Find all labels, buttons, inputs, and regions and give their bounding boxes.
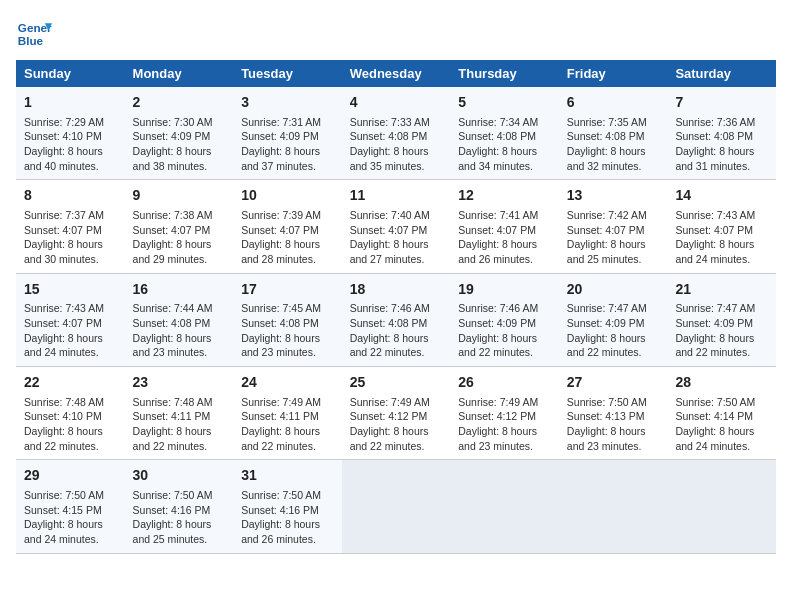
day-number: 12 — [458, 186, 551, 206]
calendar-cell-17: 17Sunrise: 7:45 AMSunset: 4:08 PMDayligh… — [233, 273, 342, 366]
calendar-table: SundayMondayTuesdayWednesdayThursdayFrid… — [16, 60, 776, 554]
day-number: 3 — [241, 93, 334, 113]
day-number: 4 — [350, 93, 443, 113]
empty-cell — [559, 460, 668, 553]
day-number: 1 — [24, 93, 117, 113]
calendar-cell-2: 2Sunrise: 7:30 AMSunset: 4:09 PMDaylight… — [125, 87, 234, 180]
calendar-cell-3: 3Sunrise: 7:31 AMSunset: 4:09 PMDaylight… — [233, 87, 342, 180]
calendar-cell-25: 25Sunrise: 7:49 AMSunset: 4:12 PMDayligh… — [342, 367, 451, 460]
day-info: Sunrise: 7:50 AMSunset: 4:14 PMDaylight:… — [675, 395, 768, 454]
calendar-cell-10: 10Sunrise: 7:39 AMSunset: 4:07 PMDayligh… — [233, 180, 342, 273]
day-number: 8 — [24, 186, 117, 206]
day-number: 18 — [350, 280, 443, 300]
day-number: 29 — [24, 466, 117, 486]
calendar-cell-18: 18Sunrise: 7:46 AMSunset: 4:08 PMDayligh… — [342, 273, 451, 366]
day-number: 17 — [241, 280, 334, 300]
calendar-cell-14: 14Sunrise: 7:43 AMSunset: 4:07 PMDayligh… — [667, 180, 776, 273]
day-info: Sunrise: 7:50 AMSunset: 4:15 PMDaylight:… — [24, 488, 117, 547]
day-header-tuesday: Tuesday — [233, 60, 342, 87]
day-info: Sunrise: 7:47 AMSunset: 4:09 PMDaylight:… — [567, 301, 660, 360]
day-number: 27 — [567, 373, 660, 393]
day-info: Sunrise: 7:34 AMSunset: 4:08 PMDaylight:… — [458, 115, 551, 174]
day-info: Sunrise: 7:42 AMSunset: 4:07 PMDaylight:… — [567, 208, 660, 267]
day-number: 13 — [567, 186, 660, 206]
calendar-cell-20: 20Sunrise: 7:47 AMSunset: 4:09 PMDayligh… — [559, 273, 668, 366]
day-info: Sunrise: 7:43 AMSunset: 4:07 PMDaylight:… — [24, 301, 117, 360]
calendar-cell-7: 7Sunrise: 7:36 AMSunset: 4:08 PMDaylight… — [667, 87, 776, 180]
logo-icon: General Blue — [16, 16, 52, 52]
day-header-wednesday: Wednesday — [342, 60, 451, 87]
day-number: 5 — [458, 93, 551, 113]
day-number: 26 — [458, 373, 551, 393]
calendar-cell-24: 24Sunrise: 7:49 AMSunset: 4:11 PMDayligh… — [233, 367, 342, 460]
day-info: Sunrise: 7:30 AMSunset: 4:09 PMDaylight:… — [133, 115, 226, 174]
day-info: Sunrise: 7:31 AMSunset: 4:09 PMDaylight:… — [241, 115, 334, 174]
calendar-cell-1: 1Sunrise: 7:29 AMSunset: 4:10 PMDaylight… — [16, 87, 125, 180]
day-number: 14 — [675, 186, 768, 206]
calendar-cell-16: 16Sunrise: 7:44 AMSunset: 4:08 PMDayligh… — [125, 273, 234, 366]
day-header-friday: Friday — [559, 60, 668, 87]
day-header-thursday: Thursday — [450, 60, 559, 87]
day-number: 15 — [24, 280, 117, 300]
day-info: Sunrise: 7:50 AMSunset: 4:16 PMDaylight:… — [133, 488, 226, 547]
day-info: Sunrise: 7:37 AMSunset: 4:07 PMDaylight:… — [24, 208, 117, 267]
day-header-monday: Monday — [125, 60, 234, 87]
calendar-cell-30: 30Sunrise: 7:50 AMSunset: 4:16 PMDayligh… — [125, 460, 234, 553]
day-number: 25 — [350, 373, 443, 393]
calendar-cell-23: 23Sunrise: 7:48 AMSunset: 4:11 PMDayligh… — [125, 367, 234, 460]
day-info: Sunrise: 7:36 AMSunset: 4:08 PMDaylight:… — [675, 115, 768, 174]
day-info: Sunrise: 7:41 AMSunset: 4:07 PMDaylight:… — [458, 208, 551, 267]
calendar-cell-11: 11Sunrise: 7:40 AMSunset: 4:07 PMDayligh… — [342, 180, 451, 273]
day-info: Sunrise: 7:49 AMSunset: 4:12 PMDaylight:… — [350, 395, 443, 454]
header: General Blue — [16, 16, 776, 52]
day-info: Sunrise: 7:38 AMSunset: 4:07 PMDaylight:… — [133, 208, 226, 267]
day-number: 16 — [133, 280, 226, 300]
calendar-cell-4: 4Sunrise: 7:33 AMSunset: 4:08 PMDaylight… — [342, 87, 451, 180]
day-info: Sunrise: 7:33 AMSunset: 4:08 PMDaylight:… — [350, 115, 443, 174]
day-number: 23 — [133, 373, 226, 393]
day-number: 30 — [133, 466, 226, 486]
svg-text:Blue: Blue — [18, 34, 44, 47]
day-number: 22 — [24, 373, 117, 393]
day-header-sunday: Sunday — [16, 60, 125, 87]
day-number: 7 — [675, 93, 768, 113]
calendar-cell-21: 21Sunrise: 7:47 AMSunset: 4:09 PMDayligh… — [667, 273, 776, 366]
day-info: Sunrise: 7:29 AMSunset: 4:10 PMDaylight:… — [24, 115, 117, 174]
empty-cell — [342, 460, 451, 553]
day-info: Sunrise: 7:35 AMSunset: 4:08 PMDaylight:… — [567, 115, 660, 174]
svg-text:General: General — [18, 21, 52, 34]
day-info: Sunrise: 7:45 AMSunset: 4:08 PMDaylight:… — [241, 301, 334, 360]
day-number: 10 — [241, 186, 334, 206]
calendar-cell-31: 31Sunrise: 7:50 AMSunset: 4:16 PMDayligh… — [233, 460, 342, 553]
day-number: 9 — [133, 186, 226, 206]
calendar-cell-8: 8Sunrise: 7:37 AMSunset: 4:07 PMDaylight… — [16, 180, 125, 273]
calendar-cell-19: 19Sunrise: 7:46 AMSunset: 4:09 PMDayligh… — [450, 273, 559, 366]
day-number: 19 — [458, 280, 551, 300]
calendar-cell-5: 5Sunrise: 7:34 AMSunset: 4:08 PMDaylight… — [450, 87, 559, 180]
day-number: 11 — [350, 186, 443, 206]
logo: General Blue — [16, 16, 52, 52]
day-info: Sunrise: 7:47 AMSunset: 4:09 PMDaylight:… — [675, 301, 768, 360]
day-info: Sunrise: 7:49 AMSunset: 4:12 PMDaylight:… — [458, 395, 551, 454]
day-info: Sunrise: 7:43 AMSunset: 4:07 PMDaylight:… — [675, 208, 768, 267]
calendar-cell-6: 6Sunrise: 7:35 AMSunset: 4:08 PMDaylight… — [559, 87, 668, 180]
day-number: 31 — [241, 466, 334, 486]
calendar-cell-9: 9Sunrise: 7:38 AMSunset: 4:07 PMDaylight… — [125, 180, 234, 273]
calendar-cell-13: 13Sunrise: 7:42 AMSunset: 4:07 PMDayligh… — [559, 180, 668, 273]
empty-cell — [450, 460, 559, 553]
day-info: Sunrise: 7:46 AMSunset: 4:09 PMDaylight:… — [458, 301, 551, 360]
day-info: Sunrise: 7:39 AMSunset: 4:07 PMDaylight:… — [241, 208, 334, 267]
day-info: Sunrise: 7:48 AMSunset: 4:10 PMDaylight:… — [24, 395, 117, 454]
day-info: Sunrise: 7:40 AMSunset: 4:07 PMDaylight:… — [350, 208, 443, 267]
calendar-cell-27: 27Sunrise: 7:50 AMSunset: 4:13 PMDayligh… — [559, 367, 668, 460]
day-number: 24 — [241, 373, 334, 393]
day-number: 21 — [675, 280, 768, 300]
calendar-cell-15: 15Sunrise: 7:43 AMSunset: 4:07 PMDayligh… — [16, 273, 125, 366]
day-number: 2 — [133, 93, 226, 113]
day-info: Sunrise: 7:49 AMSunset: 4:11 PMDaylight:… — [241, 395, 334, 454]
calendar-cell-28: 28Sunrise: 7:50 AMSunset: 4:14 PMDayligh… — [667, 367, 776, 460]
day-info: Sunrise: 7:50 AMSunset: 4:13 PMDaylight:… — [567, 395, 660, 454]
day-number: 20 — [567, 280, 660, 300]
day-info: Sunrise: 7:48 AMSunset: 4:11 PMDaylight:… — [133, 395, 226, 454]
day-number: 6 — [567, 93, 660, 113]
